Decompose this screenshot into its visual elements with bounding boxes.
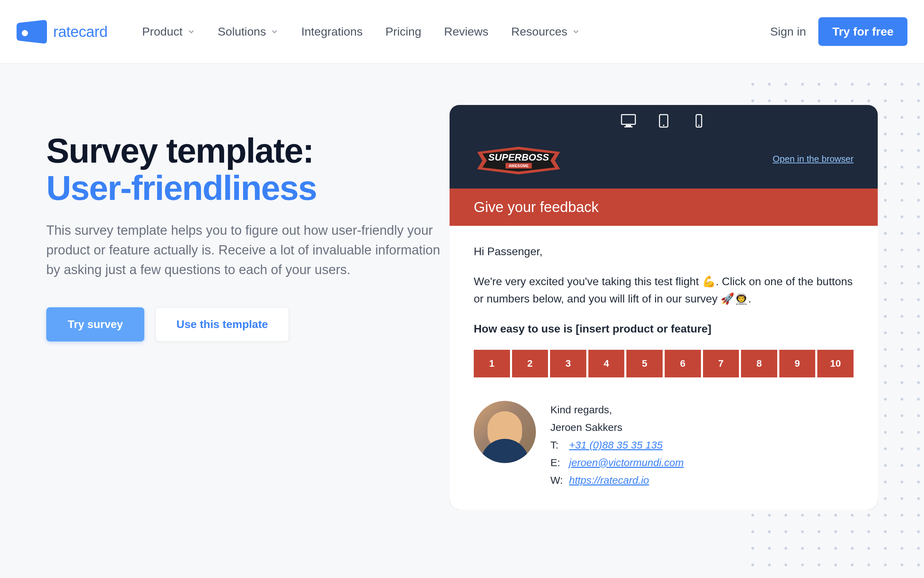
nav-integrations[interactable]: Integrations (301, 25, 362, 38)
signin-link[interactable]: Sign in (770, 25, 806, 38)
hero-section: Survey template: User-friendliness This … (0, 63, 924, 341)
try-free-button[interactable]: Try for free (818, 17, 908, 46)
svg-rect-3 (624, 127, 633, 127)
logo-text: ratecard (53, 23, 107, 41)
svg-rect-1 (622, 115, 635, 124)
email-intro: We're very excited you've taking this te… (474, 273, 854, 307)
logo-icon (16, 19, 48, 45)
email-link[interactable]: jeroen@victormundi.com (569, 454, 684, 471)
page-title-line1: Survey template: (46, 133, 474, 169)
tablet-icon[interactable] (656, 114, 671, 128)
signature-name: Jeroen Sakkers (551, 419, 684, 436)
mobile-icon[interactable] (691, 114, 706, 128)
chevron-down-icon (271, 28, 278, 36)
survey-question: How easy to use is [insert product or fe… (474, 323, 854, 335)
svg-point-7 (698, 125, 700, 126)
auth-actions: Sign in Try for free (770, 17, 908, 46)
nav-resources[interactable]: Resources (512, 25, 580, 38)
nav-solutions[interactable]: Solutions (218, 25, 279, 38)
svg-text:AWESOME: AWESOME (508, 164, 528, 168)
svg-text:SUPERBOSS: SUPERBOSS (488, 152, 549, 162)
rating-4[interactable]: 4 (588, 350, 625, 377)
web-label: W: (551, 471, 565, 489)
hero-buttons: Try survey Use this template (46, 307, 474, 341)
nav-reviews[interactable]: Reviews (444, 25, 488, 38)
superboss-logo: SUPERBOSS AWESOME (474, 141, 563, 176)
rating-1[interactable]: 1 (474, 350, 510, 377)
open-in-browser-link[interactable]: Open in the browser (773, 154, 854, 164)
svg-point-5 (663, 125, 664, 126)
rating-scale: 1 2 3 4 5 6 7 8 9 10 (474, 350, 854, 377)
signature-regards: Kind regards, (551, 401, 684, 419)
svg-rect-2 (626, 125, 631, 127)
rating-7[interactable]: 7 (703, 350, 739, 377)
nav-pricing[interactable]: Pricing (385, 25, 421, 38)
main-nav: Product Solutions Integrations Pricing R… (142, 25, 770, 38)
chevron-down-icon (187, 28, 195, 36)
email-greeting: Hi Passenger, (474, 245, 854, 258)
chevron-down-icon (572, 28, 580, 36)
device-switcher (450, 105, 878, 135)
avatar (474, 401, 536, 463)
email-label: E: (551, 454, 565, 471)
rating-3[interactable]: 3 (550, 350, 586, 377)
web-link[interactable]: https://ratecard.io (569, 471, 649, 489)
desktop-icon[interactable] (621, 114, 636, 128)
rating-2[interactable]: 2 (512, 350, 548, 377)
email-body: Hi Passenger, We're very excited you've … (450, 226, 878, 510)
phone-link[interactable]: +31 (0)88 35 35 135 (569, 436, 663, 454)
page-title-line2: User-friendliness (46, 169, 474, 207)
signature-text: Kind regards, Jeroen Sakkers T: +31 (0)8… (551, 401, 684, 489)
rating-5[interactable]: 5 (626, 350, 663, 377)
rating-10[interactable]: 10 (817, 350, 854, 377)
phone-label: T: (551, 436, 565, 454)
logo[interactable]: ratecard (16, 19, 107, 45)
rating-9[interactable]: 9 (779, 350, 815, 377)
hero-content: Survey template: User-friendliness This … (46, 133, 474, 341)
rating-8[interactable]: 8 (741, 350, 777, 377)
page-description: This survey template helps you to figure… (46, 221, 447, 280)
email-signature: Kind regards, Jeroen Sakkers T: +31 (0)8… (474, 401, 854, 489)
rating-6[interactable]: 6 (665, 350, 701, 377)
site-header: ratecard Product Solutions Integrations … (0, 0, 924, 63)
preview-header: SUPERBOSS AWESOME Open in the browser (450, 135, 878, 188)
feedback-title-bar: Give your feedback (450, 188, 878, 226)
use-template-button[interactable]: Use this template (155, 307, 289, 341)
svg-point-0 (22, 30, 28, 36)
try-survey-button[interactable]: Try survey (46, 307, 145, 341)
nav-product[interactable]: Product (142, 25, 195, 38)
survey-preview-card: SUPERBOSS AWESOME Open in the browser Gi… (450, 105, 878, 510)
